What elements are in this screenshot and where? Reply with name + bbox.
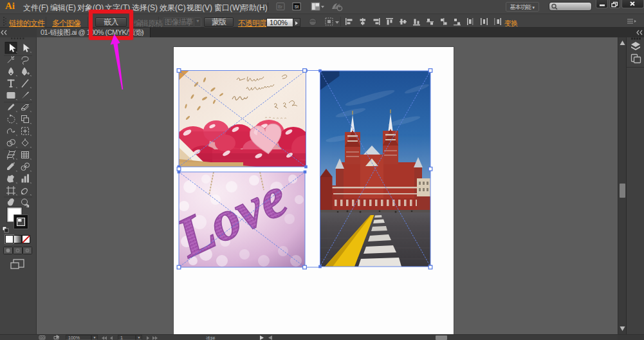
svg-text:St: St bbox=[295, 5, 299, 9]
svg-text:Br: Br bbox=[278, 5, 283, 9]
